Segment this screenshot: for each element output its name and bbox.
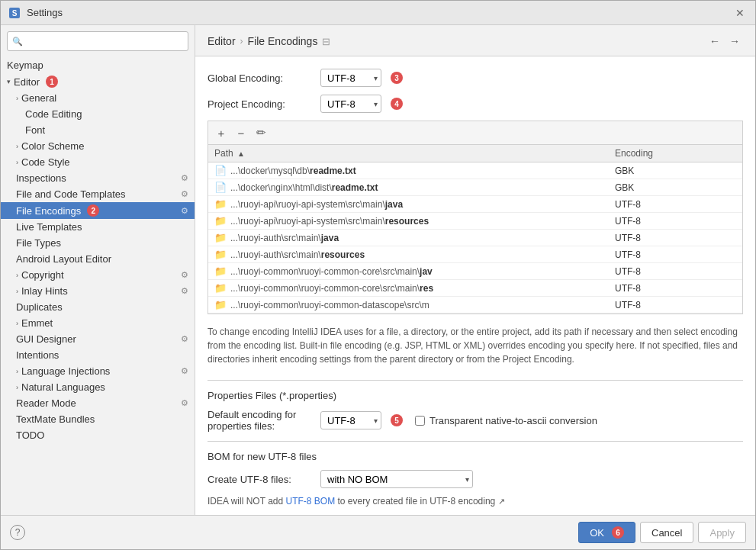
bom-create-select-wrapper: with NO BOM (320, 470, 473, 488)
sidebar-item-font[interactable]: Font (1, 122, 195, 138)
encoding-value: UTF-8 (609, 230, 742, 246)
project-encoding-label: Project Encoding: (207, 98, 314, 110)
encoding-table-section: + − ✏ Path ▲ (207, 121, 743, 314)
panel-header: Editor › File Encodings ⊟ ← → (195, 25, 755, 56)
edit-path-button[interactable]: ✏ (253, 124, 269, 141)
close-button[interactable]: ✕ (732, 5, 748, 21)
file-encodings-settings-icon: ⚙ (181, 206, 188, 216)
file-icon: 📄 (214, 165, 227, 176)
sidebar-item-color-scheme[interactable]: ›Color Scheme (1, 138, 195, 154)
info-text: To change encoding IntelliJ IDEA uses fo… (207, 320, 743, 371)
sidebar-item-label-live-templates: Live Templates (16, 221, 82, 233)
sidebar-item-todo[interactable]: TODO (1, 427, 195, 443)
bom-section-title: BOM for new UTF-8 files (207, 451, 743, 462)
path-text: ...\ruoyi-auth\src\main\java (230, 233, 339, 243)
folder-icon: 📁 (214, 249, 227, 260)
apply-button[interactable]: Apply (698, 522, 746, 543)
folder-icon: 📁 (214, 215, 227, 227)
table-row[interactable]: 📄...\docker\nginx\html\dist\readme.txtGB… (208, 179, 742, 196)
properties-encoding-select[interactable]: UTF-8 (320, 411, 381, 429)
global-encoding-row: Global Encoding: UTF-8 3 (207, 69, 743, 87)
table-scroll-container[interactable]: Path ▲ Encoding 📄...\docker\mysql\db\rea… (208, 145, 742, 314)
global-encoding-select-wrapper: UTF-8 (320, 69, 381, 87)
project-encoding-select[interactable]: UTF-8 (320, 95, 381, 113)
bom-link[interactable]: UTF-8 BOM (285, 496, 335, 507)
emmet-arrow-icon: › (16, 320, 18, 327)
sidebar-item-inlay-hints[interactable]: ›Inlay Hints⚙ (1, 283, 195, 299)
folder-icon: 📁 (214, 265, 227, 277)
global-encoding-select[interactable]: UTF-8 (320, 69, 381, 87)
sidebar-item-textmate-bundles[interactable]: TextMate Bundles (1, 411, 195, 427)
sidebar-item-reader-mode[interactable]: Reader Mode⚙ (1, 395, 195, 411)
sidebar-item-label-file-types: File Types (16, 237, 61, 249)
nav-forward-button[interactable]: → (726, 33, 743, 50)
sidebar-item-editor[interactable]: ▾Editor1 (1, 73, 195, 90)
sidebar-item-file-types[interactable]: File Types (1, 235, 195, 251)
table-row[interactable]: 📁...\ruoyi-common\ruoyi-common-core\src\… (208, 263, 742, 280)
sidebar-item-copyright[interactable]: ›Copyright⚙ (1, 267, 195, 283)
sidebar-item-label-copyright: Copyright (21, 269, 64, 281)
sidebar-item-intentions[interactable]: Intentions (1, 347, 195, 363)
sidebar-item-natural-languages[interactable]: ›Natural Languages (1, 379, 195, 395)
nav-back-button[interactable]: ← (706, 33, 723, 50)
search-input[interactable] (26, 36, 183, 47)
search-icon: 🔍 (12, 37, 23, 47)
file-icon: 📄 (214, 182, 227, 193)
sidebar-item-file-encodings[interactable]: File Encodings2⚙ (1, 202, 195, 219)
encoding-value: UTF-8 (609, 280, 742, 297)
encoding-value: GBK (609, 162, 742, 179)
folder-icon: 📁 (214, 282, 227, 294)
language-injections-settings-icon: ⚙ (181, 366, 188, 376)
table-row[interactable]: 📁...\ruoyi-auth\src\main\resourcesUTF-8 (208, 246, 742, 263)
table-row[interactable]: 📁...\ruoyi-api\ruoyi-api-system\src\main… (208, 196, 742, 213)
encoding-table-body: 📄...\docker\mysql\db\readme.txtGBK📄...\d… (208, 162, 742, 314)
language-injections-arrow-icon: › (16, 368, 18, 375)
sidebar-item-code-editing[interactable]: Code Editing (1, 106, 195, 122)
sidebar-item-label-file-and-code-templates: File and Code Templates (16, 188, 126, 200)
sidebar-item-label-duplicates: Duplicates (16, 301, 63, 313)
breadcrumb: Editor › File Encodings ⊟ (207, 35, 330, 47)
sidebar-item-android-layout-editor[interactable]: Android Layout Editor (1, 251, 195, 267)
sidebar-item-label-inlay-hints: Inlay Hints (21, 285, 68, 297)
sidebar-item-keymap[interactable]: Keymap (1, 57, 195, 73)
search-box[interactable]: 🔍 (7, 31, 188, 51)
sidebar-item-duplicates[interactable]: Duplicates (1, 299, 195, 315)
ok-button[interactable]: OK 6 (578, 522, 635, 543)
sidebar-item-live-templates[interactable]: Live Templates (1, 219, 195, 235)
path-text: ...\ruoyi-api\ruoyi-api-system\src\main\… (230, 216, 429, 227)
global-encoding-badge: 3 (391, 72, 403, 84)
path-text: ...\ruoyi-common\ruoyi-common-core\src\m… (230, 283, 433, 294)
bookmark-icon[interactable]: ⊟ (322, 36, 330, 47)
table-row[interactable]: 📁...\ruoyi-common\ruoyi-common-core\src\… (208, 280, 742, 297)
table-row[interactable]: 📁...\ruoyi-api\ruoyi-api-system\src\main… (208, 213, 742, 230)
sidebar-item-gui-designer[interactable]: GUI Designer⚙ (1, 331, 195, 347)
properties-section-title: Properties Files (*.properties) (207, 390, 743, 401)
global-encoding-label: Global Encoding: (207, 72, 314, 84)
table-row[interactable]: 📁...\ruoyi-auth\src\main\javaUTF-8 (208, 230, 742, 246)
help-button[interactable]: ? (10, 525, 25, 540)
sidebar-item-emmet[interactable]: ›Emmet (1, 315, 195, 331)
cancel-button[interactable]: Cancel (640, 522, 693, 543)
sidebar-item-code-style[interactable]: ›Code Style (1, 154, 195, 170)
col-path-header: Path ▲ (208, 145, 609, 162)
table-row[interactable]: 📁...\ruoyi-common\ruoyi-common-datascope… (208, 297, 742, 314)
ok-badge: 6 (612, 526, 624, 539)
transparent-checkbox[interactable] (415, 416, 425, 426)
table-row[interactable]: 📄...\docker\mysql\db\readme.txtGBK (208, 162, 742, 179)
sidebar-item-file-and-code-templates[interactable]: File and Code Templates⚙ (1, 186, 195, 202)
inspections-settings-icon: ⚙ (181, 173, 188, 183)
file-encodings-badge: 2 (87, 204, 99, 217)
code-style-arrow-icon: › (16, 159, 18, 166)
breadcrumb-parent[interactable]: Editor (207, 35, 236, 47)
reader-mode-settings-icon: ⚙ (181, 398, 188, 408)
bom-create-select[interactable]: with NO BOM (320, 470, 473, 488)
remove-path-button[interactable]: − (233, 124, 249, 141)
btn-group: OK 6 Cancel Apply (578, 522, 746, 543)
properties-encoding-badge: 5 (391, 414, 403, 426)
sidebar-item-general[interactable]: ›General (1, 90, 195, 106)
sidebar-item-inspections[interactable]: Inspections⚙ (1, 170, 195, 186)
sidebar-item-label-code-style: Code Style (21, 156, 70, 168)
sidebar-item-label-font: Font (25, 124, 45, 136)
sidebar-item-language-injections[interactable]: ›Language Injections⚙ (1, 363, 195, 379)
add-path-button[interactable]: + (213, 124, 230, 141)
